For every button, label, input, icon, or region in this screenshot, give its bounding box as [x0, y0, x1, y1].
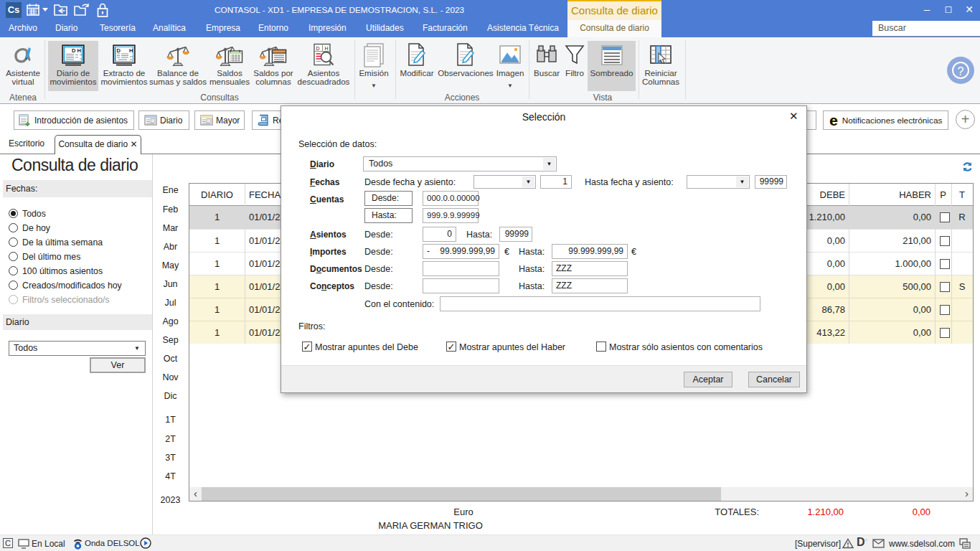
- svg-text:D: D: [316, 45, 320, 50]
- svg-text:H: H: [325, 45, 329, 50]
- svg-text:D H: D H: [72, 47, 81, 53]
- svg-text:D: D: [117, 47, 121, 53]
- svg-text:H: H: [129, 47, 133, 53]
